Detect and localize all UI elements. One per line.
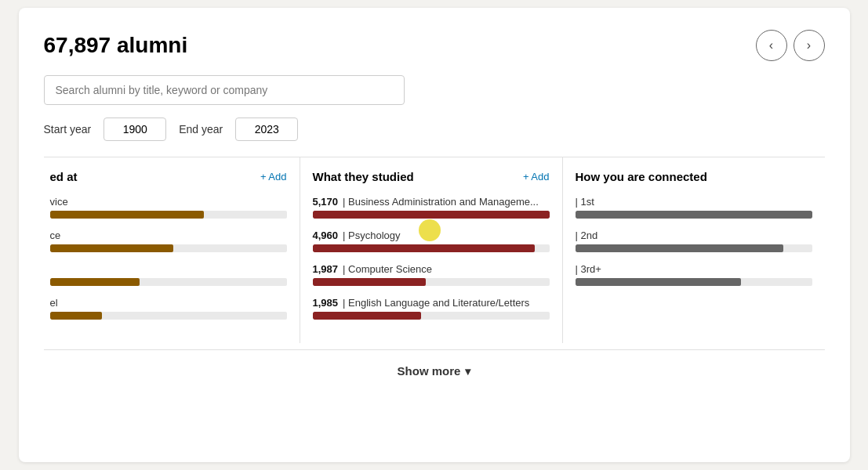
bar-fill	[50, 244, 173, 252]
col-header-what-studied: What they studied + Add	[313, 170, 550, 183]
stat-name: | Business Administration and Manageme..…	[343, 196, 539, 208]
bar-bg	[50, 312, 287, 320]
bar-bg	[313, 312, 550, 320]
col-title-how-connected: How you are connected	[576, 170, 707, 183]
bar-fill	[313, 211, 550, 219]
next-button[interactable]: ›	[794, 30, 825, 61]
column-how-connected: How you are connected | 1st | 2nd	[563, 157, 825, 343]
stat-name: | 1st	[576, 196, 594, 208]
bar-fill	[313, 244, 536, 252]
bar-bg	[576, 211, 812, 219]
bar-fill	[576, 211, 812, 219]
alumni-card: 67,897 alumni ‹ › Start year End year ed…	[19, 8, 850, 462]
search-input[interactable]	[44, 75, 405, 105]
stat-name: ce	[50, 230, 61, 241]
stat-name: | Psychology	[343, 230, 400, 241]
bar-fill	[313, 278, 427, 286]
list-item: ce	[50, 230, 287, 252]
end-year-input[interactable]	[235, 118, 298, 141]
list-item: | 1st	[576, 196, 812, 219]
bar-fill	[576, 278, 741, 286]
bar-fill	[50, 278, 140, 286]
bar-bg	[50, 244, 287, 252]
stat-name: vice	[50, 196, 68, 208]
stat-name: | 3rd+	[576, 263, 601, 275]
bar-fill	[50, 211, 204, 219]
end-year-label: End year	[179, 123, 223, 136]
alumni-count: 67,897 alumni	[44, 33, 188, 58]
columns-wrapper: ed at + Add vice ce	[44, 157, 825, 343]
year-filter-row: Start year End year	[44, 118, 825, 141]
stat-name	[50, 263, 53, 275]
bar-bg	[313, 211, 550, 219]
bar-bg	[313, 278, 550, 286]
bar-fill	[313, 312, 422, 320]
col-title-what-studied: What they studied	[313, 170, 414, 183]
list-item: 1,987 | Computer Science	[313, 263, 550, 286]
list-item: vice	[50, 196, 287, 219]
list-item: | 2nd	[576, 230, 812, 252]
list-item	[50, 263, 287, 286]
stat-count: 5,170	[313, 196, 339, 208]
stat-count: 1,985	[313, 297, 339, 309]
start-year-label: Start year	[44, 123, 92, 136]
bar-bg	[576, 278, 812, 286]
stat-name: | Computer Science	[343, 263, 432, 275]
add-worked-at-button[interactable]: + Add	[260, 171, 287, 183]
list-item: 4,960 | Psychology	[313, 230, 550, 252]
show-more-button[interactable]: Show more ▾	[44, 349, 825, 390]
col-title-worked-at: ed at	[50, 170, 78, 183]
start-year-input[interactable]	[104, 118, 166, 141]
stat-name: el	[50, 297, 58, 309]
bar-bg	[50, 278, 287, 286]
bar-fill	[50, 312, 102, 320]
prev-button[interactable]: ‹	[756, 30, 787, 61]
stat-name: | English Language and Literature/Letter…	[343, 297, 529, 309]
bar-fill	[576, 244, 784, 252]
column-what-studied: What they studied + Add 5,170 | Business…	[300, 157, 563, 343]
chevron-down-icon: ▾	[465, 365, 470, 378]
list-item: | 3rd+	[576, 263, 812, 286]
list-item: 5,170 | Business Administration and Mana…	[313, 196, 550, 219]
column-worked-at: ed at + Add vice ce	[44, 157, 300, 343]
stat-name: | 2nd	[576, 230, 598, 241]
show-more-label: Show more	[398, 364, 461, 378]
bar-bg	[313, 244, 550, 252]
col-header-worked-at: ed at + Add	[50, 170, 287, 183]
list-item: 1,985 | English Language and Literature/…	[313, 297, 550, 320]
bar-bg	[50, 211, 287, 219]
nav-buttons: ‹ ›	[756, 30, 825, 61]
list-item: el	[50, 297, 287, 320]
add-studied-button[interactable]: + Add	[523, 171, 550, 183]
bar-bg	[576, 244, 812, 252]
col-header-how-connected: How you are connected	[576, 170, 812, 183]
header-row: 67,897 alumni ‹ ›	[44, 30, 825, 61]
stat-count: 1,987	[313, 263, 339, 275]
stat-count: 4,960	[313, 230, 339, 241]
